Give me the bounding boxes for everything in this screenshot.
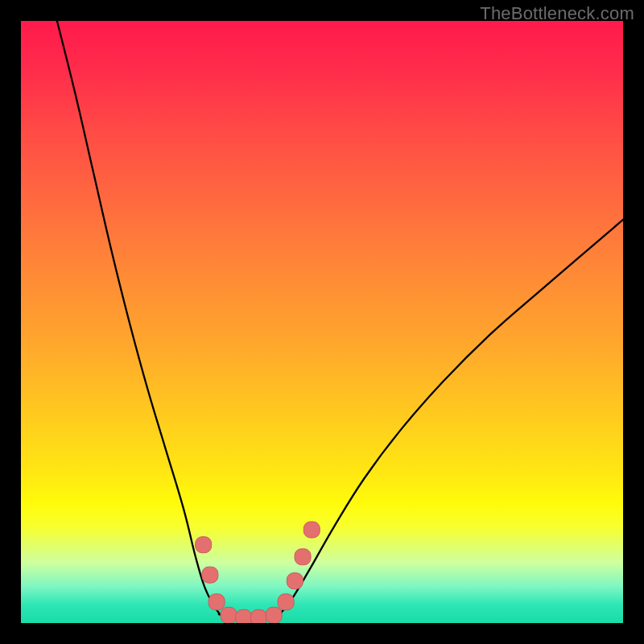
- valley-marker: [196, 537, 212, 553]
- valley-marker: [202, 567, 218, 583]
- valley-marker: [303, 522, 320, 538]
- chart-frame: TheBottleneck.com: [0, 0, 644, 644]
- plot-area: [21, 21, 623, 623]
- valley-marker: [236, 609, 252, 623]
- valley-marker: [208, 594, 225, 610]
- valley-marker: [295, 549, 311, 565]
- valley-marker: [266, 607, 282, 623]
- bottleneck-curve: [21, 21, 623, 623]
- curve-path: [57, 21, 623, 617]
- valley-marker: [287, 573, 303, 589]
- valley-marker: [278, 594, 294, 610]
- valley-marker: [221, 607, 237, 623]
- valley-marker: [250, 609, 266, 623]
